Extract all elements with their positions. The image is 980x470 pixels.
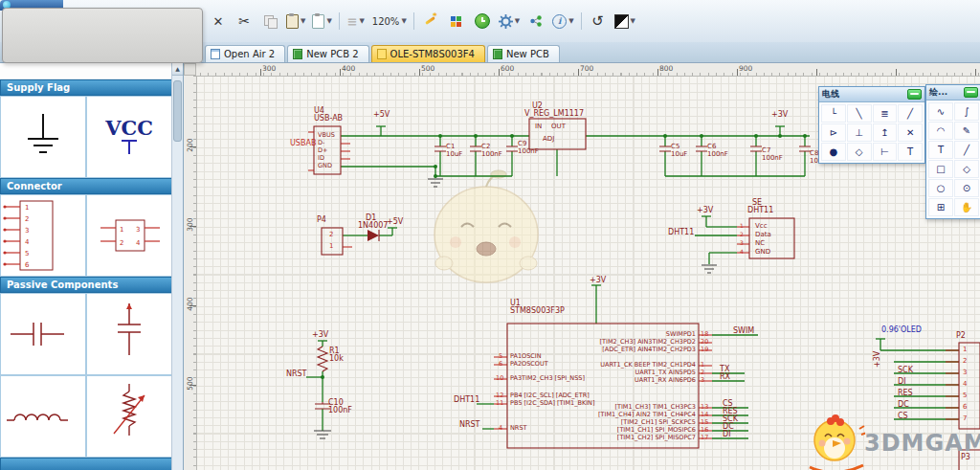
ground-tool-icon[interactable]: ⊥ (847, 123, 872, 142)
ruler-mark: 300 (262, 64, 276, 73)
library-item-vcc-symbol[interactable]: VCC (86, 96, 172, 178)
delete-icon: ✕ (213, 14, 224, 29)
ruler-mark: 800 (659, 64, 673, 73)
capacitor-vertical-icon (87, 296, 171, 372)
history-button[interactable]: ↺ (589, 10, 608, 33)
net-flag-tool-icon[interactable]: ⊳ (821, 123, 846, 142)
zoom-level: 120% (372, 16, 400, 27)
empty-popup-overlay (2, 8, 203, 63)
ruler-mark: 900 (739, 64, 752, 73)
ruler-corner (184, 63, 196, 76)
library-section-connector[interactable]: Connector (0, 178, 172, 194)
ruler-mark: 700 (580, 64, 593, 73)
info-icon: i (552, 14, 567, 29)
tab-label: New PCB 2 (306, 49, 358, 59)
paste-icon (286, 14, 299, 29)
net-port-tool-icon[interactable]: ◇ (847, 143, 872, 161)
wire-tool-icon[interactable]: └ (821, 104, 846, 123)
svg-text:1: 1 (25, 204, 29, 212)
junction-tool-icon[interactable]: ● (821, 143, 846, 161)
wire-panel-titlebar[interactable]: 电线 (819, 87, 924, 102)
image-tool-icon[interactable]: ⊞ (928, 198, 953, 216)
line-tool-icon[interactable]: ╲ (847, 104, 872, 123)
ruler-mark: 500 (186, 375, 194, 392)
library-top-strip (0, 63, 172, 79)
minimize-button[interactable] (907, 89, 922, 100)
magic-wand-button[interactable]: * (421, 10, 440, 33)
curve-tool-icon[interactable]: ∫ (954, 102, 979, 121)
library-section-passive-components[interactable]: Passive Components (0, 277, 172, 293)
power-flag-tool-icon[interactable]: ↥ (873, 123, 898, 142)
drag-tool-icon[interactable]: ✋ (954, 198, 979, 216)
tab-ole-stm8s003f4[interactable]: OLE-STM8S003F4 (371, 45, 485, 62)
polygon-tool-icon[interactable]: ◇ (954, 160, 979, 178)
line-draw-tool-icon[interactable]: ╱ (954, 141, 979, 159)
wire-panel-title: 电线 (822, 88, 839, 101)
net-label-tool-icon[interactable]: T (898, 143, 923, 161)
toolbar-separator (413, 12, 414, 30)
share-button[interactable] (526, 10, 546, 33)
contrast-button[interactable]: ▼ (614, 10, 635, 33)
timer-button[interactable] (473, 10, 492, 33)
library-scrollbar[interactable]: ▲ (171, 63, 183, 470)
no-connect-tool-icon[interactable]: ✕ (898, 123, 923, 142)
scroll-up-button[interactable]: ▲ (172, 63, 183, 76)
contrast-icon (614, 14, 629, 29)
logo-mascot (804, 412, 865, 470)
library-section-supply-flag[interactable]: Supply Flag (0, 79, 172, 96)
cut-button[interactable]: ✂ (234, 10, 254, 33)
wire-tools-panel: 电线 └╲≣╱⊳⊥↥✕●◇⊢T (818, 86, 925, 164)
library-item-variable-resistor-symbol[interactable] (86, 375, 172, 458)
chevron-down-icon: ▼ (326, 17, 331, 25)
tab-new-pcb[interactable]: New PCB (487, 45, 560, 62)
arc-tool-icon[interactable]: ◠ (928, 122, 953, 140)
library-section-next[interactable] (0, 458, 172, 470)
library-item-capacitor-vertical-symbol[interactable] (86, 293, 172, 375)
copy-button[interactable] (260, 10, 279, 33)
cut-icon: ✂ (238, 13, 250, 29)
doc-blue-icon (211, 49, 220, 59)
pcb-green-icon (493, 49, 502, 59)
scrollbar-thumb[interactable] (173, 80, 182, 142)
library-item-capacitor-symbol[interactable] (0, 293, 86, 375)
vcc-symbol-pole (113, 138, 145, 157)
svg-text:2: 2 (120, 239, 123, 247)
svg-text:5: 5 (25, 250, 29, 257)
pen-tool-icon[interactable]: ✎ (954, 122, 979, 140)
bus-entry-tool-icon[interactable]: ╱ (898, 104, 923, 123)
circle-tool-icon[interactable]: ○ (928, 179, 953, 197)
library-item-inductor-symbol[interactable] (0, 375, 86, 458)
align-icon: ≡ (347, 14, 358, 29)
align-button[interactable]: ≡▼ (346, 10, 366, 33)
draw-panel-titlebar[interactable]: 绘... (926, 85, 980, 101)
tab-open-air-2[interactable]: Open Air 2 (205, 45, 285, 62)
component-library-panel: Supply Flag VCC Connector (0, 63, 184, 470)
svg-text:3: 3 (136, 226, 140, 234)
tab-new-pcb-2[interactable]: New PCB 2 (287, 45, 368, 62)
copy-icon (264, 15, 277, 28)
tab-label: New PCB (506, 49, 549, 59)
pcb-green-icon (293, 49, 302, 59)
delete-button[interactable]: ✕ (209, 10, 228, 33)
chevron-down-icon: ▼ (568, 17, 573, 25)
library-item-header-2x2-symbol[interactable]: 1 2 3 4 (86, 194, 172, 277)
bezier-tool-icon[interactable]: ∿ (928, 102, 953, 121)
palette-grid-button[interactable] (447, 10, 466, 33)
minimize-button[interactable] (964, 87, 978, 98)
zoom-control[interactable]: 120%▼ (372, 10, 407, 33)
paste-button[interactable]: ▼ (286, 10, 305, 33)
library-item-header-6pin-symbol[interactable]: 1 2 3 4 5 6 (0, 194, 86, 277)
settings-button[interactable]: ▼ (499, 10, 520, 33)
ruler-mark: 600 (501, 64, 514, 73)
ellipse-tool-icon[interactable]: ⊙ (954, 179, 979, 197)
pin-tool-icon[interactable]: ⊢ (873, 143, 898, 161)
clipboard-button[interactable]: ▼ (312, 10, 331, 33)
library-item-ground-symbol[interactable] (0, 96, 86, 178)
text-tool-icon[interactable]: T (928, 141, 953, 159)
info-button[interactable]: i▼ (552, 10, 573, 33)
svg-text:4: 4 (136, 239, 141, 247)
toolbar-separator (581, 12, 582, 30)
bus-tool-icon[interactable]: ≣ (873, 104, 898, 123)
rect-tool-icon[interactable]: □ (928, 160, 953, 178)
ruler-mark: 200 (186, 137, 194, 154)
